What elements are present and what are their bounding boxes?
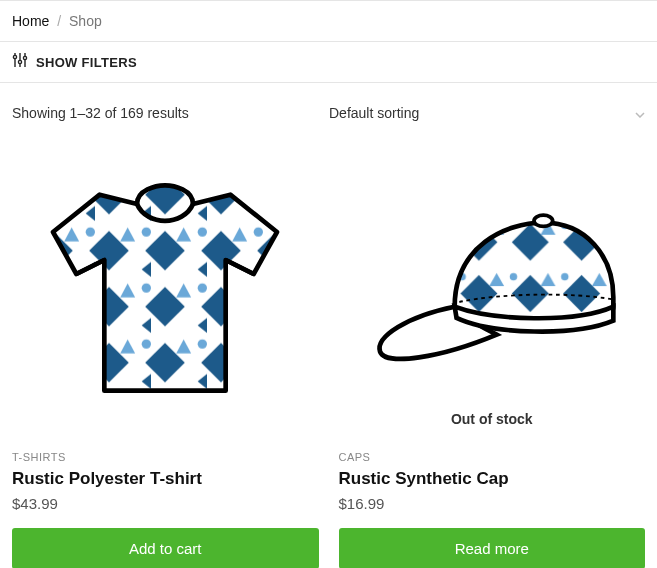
sliders-icon — [12, 52, 28, 72]
breadcrumb: Home / Shop — [0, 0, 657, 42]
product-price: $16.99 — [339, 495, 646, 512]
out-of-stock-label: Out of stock — [339, 411, 646, 427]
toolbar: Showing 1–32 of 169 results Default sort… — [0, 83, 657, 121]
add-to-cart-button[interactable]: Add to cart — [12, 528, 319, 568]
product-thumbnail[interactable] — [12, 143, 319, 433]
product-grid: T-SHIRTS Rustic Polyester T-shirt $43.99… — [0, 121, 657, 568]
result-count: Showing 1–32 of 169 results — [12, 105, 189, 121]
product-thumbnail[interactable]: Out of stock — [339, 143, 646, 433]
sort-selected-label: Default sorting — [329, 105, 419, 121]
product-title[interactable]: Rustic Synthetic Cap — [339, 469, 646, 489]
read-more-button[interactable]: Read more — [339, 528, 646, 568]
product-price: $43.99 — [12, 495, 319, 512]
svg-point-15 — [534, 215, 553, 226]
product-category[interactable]: CAPS — [339, 451, 646, 463]
product-category[interactable]: T-SHIRTS — [12, 451, 319, 463]
product-title[interactable]: Rustic Polyester T-shirt — [12, 469, 319, 489]
svg-point-1 — [13, 55, 16, 58]
breadcrumb-home[interactable]: Home — [12, 13, 49, 29]
svg-point-5 — [23, 56, 26, 59]
show-filters-label: SHOW FILTERS — [36, 55, 137, 70]
breadcrumb-current: Shop — [69, 13, 102, 29]
product-card: Out of stock CAPS Rustic Synthetic Cap $… — [339, 143, 646, 568]
show-filters-button[interactable]: SHOW FILTERS — [0, 42, 657, 83]
breadcrumb-sep: / — [57, 13, 61, 29]
sort-select[interactable]: Default sorting — [329, 105, 645, 121]
svg-point-3 — [18, 60, 21, 63]
chevron-down-icon — [635, 105, 645, 121]
product-card: T-SHIRTS Rustic Polyester T-shirt $43.99… — [12, 143, 319, 568]
